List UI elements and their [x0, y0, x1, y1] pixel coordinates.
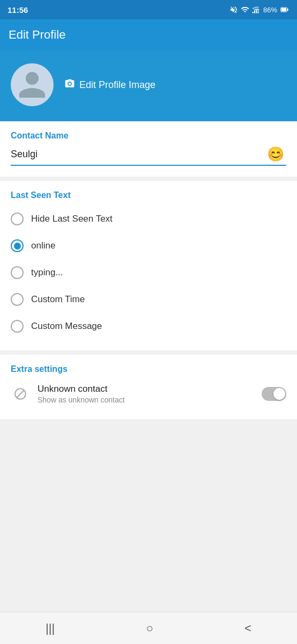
app-bar-actions	[270, 33, 288, 37]
camera-icon	[64, 78, 75, 92]
radio-typing-label: typing...	[31, 267, 63, 278]
svg-rect-2	[256, 10, 257, 13]
svg-rect-5	[287, 9, 288, 11]
edit-profile-image-label: Edit Profile Image	[79, 79, 155, 91]
contact-name-row: 😊	[11, 146, 286, 166]
signal-icon	[252, 5, 261, 14]
mute-icon	[229, 5, 238, 14]
battery-icon	[280, 5, 289, 14]
radio-typing-circle	[11, 266, 24, 279]
radio-item-custom-message[interactable]: Custom Message	[11, 313, 286, 340]
radio-online-label: online	[31, 240, 55, 251]
unknown-contact-subtitle: Show as unknown contact	[38, 396, 262, 404]
battery-level: 86%	[263, 6, 277, 14]
unknown-contact-text: Unknown contact Show as unknown contact	[38, 384, 262, 404]
toggle-knob	[273, 388, 285, 400]
status-bar: 11:56 86%	[0, 0, 297, 19]
radio-list: Hide Last Seen Text online typing... Cus…	[11, 206, 286, 340]
recent-apps-button[interactable]: |||	[35, 617, 65, 640]
extra-settings-label: Extra settings	[11, 364, 286, 374]
radio-hide-label: Hide Last Seen Text	[31, 214, 113, 224]
nav-bar: ||| ○ <	[0, 612, 297, 644]
avatar	[11, 63, 54, 106]
radio-online-circle	[11, 239, 24, 252]
emoji-button[interactable]: 😊	[265, 146, 286, 163]
more-options-button[interactable]	[284, 33, 288, 37]
status-icons: 86%	[229, 5, 289, 14]
unknown-contact-row: Unknown contact Show as unknown contact	[11, 379, 286, 408]
home-button[interactable]: ○	[135, 617, 164, 640]
unknown-contact-title: Unknown contact	[38, 384, 262, 394]
back-button[interactable]: <	[234, 617, 262, 640]
app-bar: Edit Profile	[0, 19, 297, 50]
radio-online-inner	[14, 243, 21, 250]
unknown-contact-toggle[interactable]	[262, 387, 286, 401]
profile-header: Edit Profile Image	[0, 50, 297, 121]
avatar-person-icon	[16, 69, 48, 101]
extra-settings-section: Extra settings Unknown contact Show as u…	[0, 355, 297, 419]
svg-rect-1	[254, 11, 255, 13]
radio-hide-circle	[11, 213, 24, 225]
wifi-icon	[241, 5, 249, 14]
svg-rect-6	[281, 8, 286, 11]
save-button[interactable]	[270, 33, 274, 37]
radio-item-online[interactable]: online	[11, 232, 286, 259]
contact-name-label: Contact Name	[11, 131, 286, 141]
radio-custom-time-circle	[11, 293, 24, 306]
radio-custom-time-label: Custom Time	[31, 294, 85, 305]
radio-custom-message-circle	[11, 320, 24, 333]
contact-name-section: Contact Name 😊	[0, 121, 297, 177]
status-time: 11:56	[8, 5, 28, 14]
radio-item-hide[interactable]: Hide Last Seen Text	[11, 206, 286, 232]
last-seen-text-label: Last Seen Text	[11, 191, 286, 200]
content-spacer	[0, 423, 297, 612]
radio-item-typing[interactable]: typing...	[11, 259, 286, 286]
block-icon	[11, 384, 30, 404]
radio-item-custom-time[interactable]: Custom Time	[11, 286, 286, 313]
contact-name-input[interactable]	[11, 147, 265, 162]
radio-custom-message-label: Custom Message	[31, 321, 102, 332]
svg-rect-3	[258, 9, 259, 13]
page-title: Edit Profile	[9, 28, 270, 42]
edit-profile-image-button[interactable]: Edit Profile Image	[64, 78, 155, 92]
last-seen-text-section: Last Seen Text Hide Last Seen Text onlin…	[0, 181, 297, 350]
svg-rect-0	[253, 12, 254, 13]
